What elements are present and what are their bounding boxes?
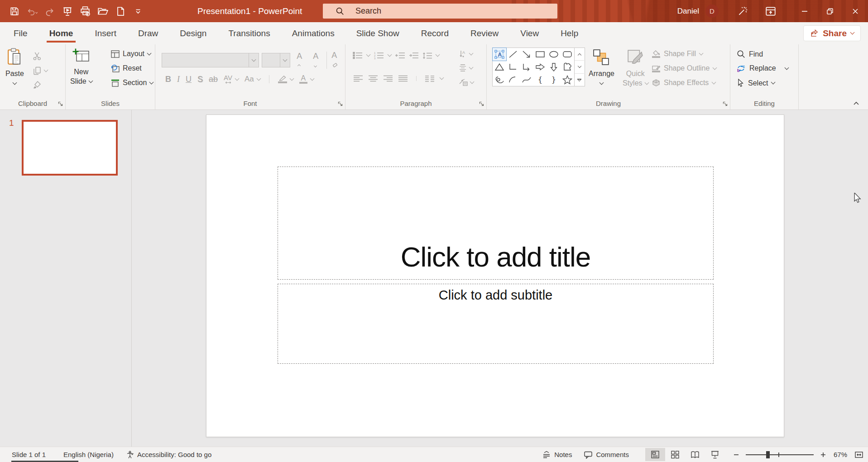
tab-design[interactable]: Design bbox=[169, 22, 217, 44]
font-color-button[interactable]: A bbox=[299, 75, 307, 84]
tab-insert[interactable]: Insert bbox=[84, 22, 127, 44]
format-painter-button[interactable] bbox=[33, 81, 42, 90]
zoom-out-button[interactable] bbox=[731, 452, 741, 458]
numbering-button[interactable]: 123 bbox=[374, 52, 384, 59]
clipboard-dialog-launcher-icon[interactable] bbox=[58, 101, 63, 106]
shape-line-cell[interactable] bbox=[506, 48, 520, 61]
accessibility-status[interactable]: Accessibility: Good to go bbox=[126, 447, 211, 462]
columns-button[interactable] bbox=[425, 75, 434, 82]
coming-soon-wand-icon[interactable] bbox=[736, 5, 749, 18]
search-box[interactable] bbox=[323, 4, 557, 19]
zoom-slider-thumb[interactable] bbox=[766, 451, 770, 458]
normal-view-button[interactable] bbox=[645, 448, 665, 461]
clear-formatting-button[interactable]: A bbox=[331, 51, 345, 70]
tab-record[interactable]: Record bbox=[410, 22, 460, 44]
tab-home[interactable]: Home bbox=[38, 22, 84, 44]
shape-down-arrow-cell[interactable] bbox=[547, 61, 561, 73]
paragraph-dialog-launcher-icon[interactable] bbox=[479, 101, 484, 106]
underline-button[interactable]: U bbox=[186, 75, 192, 84]
gallery-scroll-down-button[interactable] bbox=[575, 61, 584, 73]
shape-fill-button[interactable]: Shape Fill bbox=[652, 50, 703, 58]
open-file-icon[interactable] bbox=[97, 6, 108, 17]
convert-to-smartart-button[interactable] bbox=[459, 79, 474, 86]
cut-button[interactable] bbox=[33, 52, 42, 61]
arrange-button[interactable]: Arrange bbox=[589, 49, 614, 84]
new-file-icon[interactable] bbox=[115, 6, 126, 17]
strikethrough-button[interactable]: ab bbox=[209, 75, 218, 84]
replace-button[interactable]: bc Replace bbox=[737, 64, 788, 72]
align-right-button[interactable] bbox=[384, 75, 393, 82]
tab-draw[interactable]: Draw bbox=[127, 22, 169, 44]
undo-icon[interactable] bbox=[27, 6, 38, 17]
select-button[interactable]: Select bbox=[737, 79, 775, 87]
slide-indicator[interactable]: Slide 1 of 1 bbox=[12, 447, 46, 462]
print-preview-icon[interactable] bbox=[80, 6, 91, 17]
shape-star-cell[interactable] bbox=[561, 73, 574, 86]
slide-thumbnail[interactable] bbox=[22, 120, 118, 176]
zoom-slider[interactable] bbox=[746, 448, 814, 461]
font-dialog-launcher-icon[interactable] bbox=[338, 101, 343, 106]
close-button[interactable] bbox=[843, 0, 868, 22]
tab-view[interactable]: View bbox=[509, 22, 550, 44]
copy-button[interactable] bbox=[33, 66, 48, 75]
line-spacing-button[interactable] bbox=[422, 52, 432, 59]
slide-canvas[interactable]: Click to add title Click to add subtitle bbox=[206, 114, 784, 437]
section-button[interactable]: Section bbox=[111, 79, 153, 87]
shape-left-brace-cell[interactable]: { bbox=[533, 73, 547, 86]
shape-scribble-cell[interactable] bbox=[493, 73, 506, 86]
shape-rounded-rectangle-cell[interactable] bbox=[561, 48, 574, 61]
redo-icon[interactable] bbox=[44, 6, 55, 17]
character-spacing-button[interactable]: AV bbox=[224, 74, 232, 84]
bullets-button[interactable] bbox=[353, 52, 363, 59]
zoom-level[interactable]: 67% bbox=[834, 451, 847, 458]
search-input[interactable] bbox=[355, 6, 528, 16]
new-slide-button[interactable]: New Slide bbox=[70, 48, 92, 86]
layout-button[interactable]: Layout bbox=[111, 50, 151, 58]
reading-view-button[interactable] bbox=[685, 448, 705, 461]
shape-text-box-cell[interactable]: A bbox=[493, 48, 506, 61]
subtitle-placeholder[interactable]: Click to add subtitle bbox=[278, 284, 714, 364]
font-name-combobox[interactable] bbox=[162, 53, 259, 67]
user-name[interactable]: Daniel bbox=[677, 7, 699, 16]
increase-indent-button[interactable] bbox=[409, 52, 418, 59]
language-status[interactable]: English (Nigeria) bbox=[63, 447, 114, 462]
align-left-button[interactable] bbox=[354, 75, 363, 82]
restore-button[interactable] bbox=[817, 0, 843, 22]
customize-quick-access-icon[interactable] bbox=[133, 6, 144, 17]
zoom-in-button[interactable] bbox=[818, 452, 828, 458]
shape-effects-button[interactable]: Shape Effects bbox=[652, 79, 715, 87]
shape-rectangle-cell[interactable] bbox=[533, 48, 547, 61]
shape-right-arrow-cell[interactable] bbox=[533, 61, 547, 73]
shape-elbow-connector-cell[interactable] bbox=[506, 61, 520, 73]
comments-button[interactable]: Comments bbox=[584, 447, 629, 462]
tab-slide-show[interactable]: Slide Show bbox=[345, 22, 410, 44]
slide-show-view-button[interactable] bbox=[705, 448, 725, 461]
ribbon-display-options-icon[interactable] bbox=[764, 5, 777, 18]
shape-outline-button[interactable]: Shape Outline bbox=[652, 64, 716, 72]
shape-triangle-cell[interactable] bbox=[493, 61, 506, 73]
collapse-ribbon-button[interactable] bbox=[853, 100, 860, 106]
decrease-indent-button[interactable] bbox=[395, 52, 405, 59]
align-text-button[interactable] bbox=[459, 64, 473, 71]
notes-button[interactable]: Notes bbox=[542, 447, 572, 462]
minimize-button[interactable] bbox=[792, 0, 817, 22]
tab-help[interactable]: Help bbox=[550, 22, 589, 44]
gallery-scroll-up-button[interactable] bbox=[575, 48, 584, 61]
start-slideshow-icon[interactable] bbox=[62, 6, 73, 17]
fit-slide-to-window-button[interactable] bbox=[854, 451, 864, 459]
slide-sorter-view-button[interactable] bbox=[665, 448, 685, 461]
highlight-color-button[interactable] bbox=[278, 75, 287, 83]
shape-elbow-arrow-connector-cell[interactable] bbox=[520, 61, 533, 73]
title-placeholder[interactable]: Click to add title bbox=[278, 167, 714, 280]
shape-arrow-cell[interactable] bbox=[520, 48, 533, 61]
shrink-font-button[interactable]: A bbox=[313, 52, 322, 68]
shape-freeform-cell[interactable] bbox=[561, 61, 574, 73]
tab-animations[interactable]: Animations bbox=[281, 22, 345, 44]
reset-button[interactable]: Reset bbox=[111, 64, 142, 72]
avatar[interactable]: D bbox=[705, 5, 719, 18]
shape-right-brace-cell[interactable]: } bbox=[547, 73, 561, 86]
drawing-dialog-launcher-icon[interactable] bbox=[723, 101, 728, 106]
text-direction-button[interactable]: A bbox=[459, 50, 473, 58]
shape-oval-cell[interactable] bbox=[547, 48, 561, 61]
bold-button[interactable]: B bbox=[165, 75, 171, 84]
